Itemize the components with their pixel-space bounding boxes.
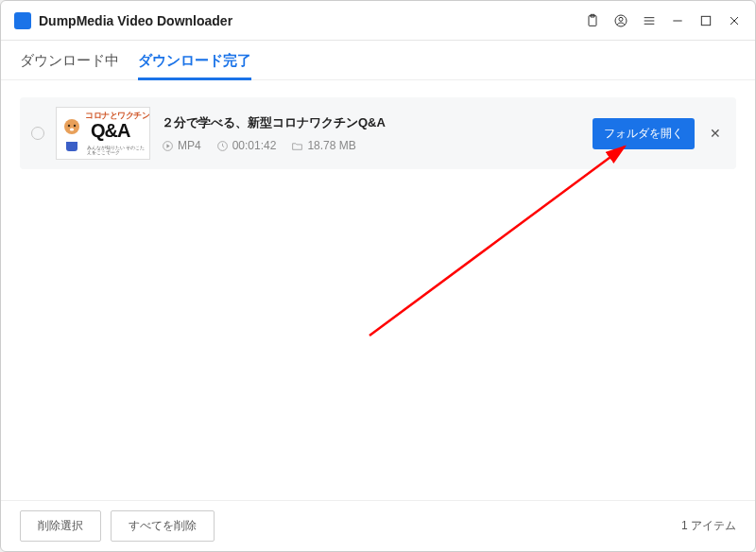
select-radio[interactable] bbox=[31, 127, 44, 140]
maximize-icon[interactable] bbox=[698, 13, 713, 28]
thumbnail-character-icon bbox=[59, 117, 85, 155]
video-meta: MP4 00:01:42 18.78 MB bbox=[162, 139, 581, 152]
app-logo-icon bbox=[14, 12, 31, 29]
folder-icon bbox=[291, 140, 303, 152]
play-icon bbox=[162, 140, 174, 152]
delete-selected-button[interactable]: 削除選択 bbox=[20, 510, 101, 542]
minimize-icon[interactable] bbox=[670, 13, 685, 28]
svg-point-2 bbox=[619, 17, 623, 21]
titlebar: DumpMedia Video Downloader bbox=[1, 1, 755, 41]
download-item: コロナとワクチン Q&A みんなが知りたい そのこたえをここでーク ２分で学べる… bbox=[20, 97, 736, 169]
tabs: ダウンロード中 ダウンロード完了 bbox=[1, 41, 755, 80]
thumbnail-subtitle-text: みんなが知りたい そのこたえをここでーク bbox=[87, 146, 149, 155]
paste-url-icon[interactable] bbox=[585, 13, 600, 28]
account-icon[interactable] bbox=[613, 13, 628, 28]
svg-point-4 bbox=[64, 119, 79, 134]
thumbnail-qa-text: Q&A bbox=[91, 121, 129, 140]
format-label: MP4 bbox=[178, 139, 201, 152]
footer: 削除選択 すべてを削除 1 アイテム bbox=[1, 500, 755, 551]
content-area: コロナとワクチン Q&A みんなが知りたい そのこたえをここでーク ２分で学べる… bbox=[1, 80, 755, 500]
duration-meta: 00:01:42 bbox=[216, 139, 277, 152]
app-title: DumpMedia Video Downloader bbox=[39, 13, 585, 28]
app-window: DumpMedia Video Downloader ダウンロード中 ダウンロー… bbox=[0, 0, 756, 552]
item-count: 1 アイテム bbox=[681, 518, 736, 534]
svg-rect-3 bbox=[701, 16, 710, 25]
svg-point-6 bbox=[74, 125, 76, 127]
svg-point-5 bbox=[68, 125, 70, 127]
window-controls bbox=[585, 13, 742, 28]
duration-label: 00:01:42 bbox=[232, 139, 277, 152]
video-thumbnail: コロナとワクチン Q&A みんなが知りたい そのこたえをここでーク bbox=[56, 107, 150, 160]
open-folder-button[interactable]: フォルダを開く bbox=[593, 118, 695, 149]
close-icon[interactable] bbox=[727, 13, 742, 28]
video-title: ２分で学べる、新型コロナワクチンQ&A bbox=[162, 114, 581, 131]
size-meta: 18.78 MB bbox=[291, 139, 355, 152]
remove-item-icon[interactable]: ✕ bbox=[706, 126, 725, 141]
tab-downloading[interactable]: ダウンロード中 bbox=[20, 52, 119, 79]
tab-completed[interactable]: ダウンロード完了 bbox=[138, 52, 251, 79]
thumbnail-title-text: コロナとワクチン bbox=[85, 112, 149, 120]
clock-icon bbox=[216, 140, 229, 152]
size-label: 18.78 MB bbox=[307, 139, 355, 152]
format-meta: MP4 bbox=[162, 139, 201, 152]
menu-icon[interactable] bbox=[642, 13, 657, 28]
svg-line-12 bbox=[369, 147, 625, 336]
svg-point-7 bbox=[70, 129, 74, 131]
item-info: ２分で学べる、新型コロナワクチンQ&A MP4 00:01:42 18.78 M… bbox=[162, 114, 581, 152]
svg-rect-9 bbox=[66, 134, 77, 142]
delete-all-button[interactable]: すべてを削除 bbox=[111, 510, 215, 542]
